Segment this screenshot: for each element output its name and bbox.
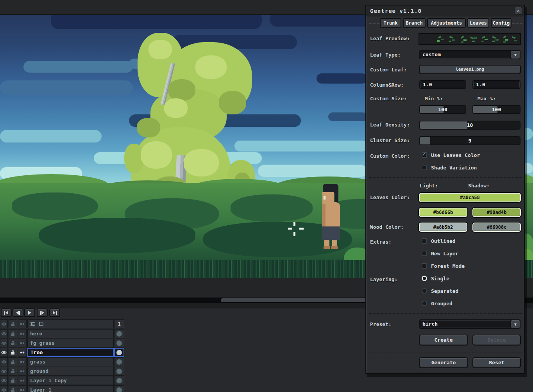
leaves-main-color-swatch[interactable]: #a8ca58 [419, 193, 521, 202]
checkmark-icon: ✓ [422, 150, 426, 157]
shade-variation-checkbox[interactable] [422, 165, 427, 170]
layer-name[interactable]: grass [27, 357, 114, 366]
cel-cell[interactable] [114, 367, 124, 376]
grouped-option[interactable]: Grouped [431, 301, 453, 306]
layer-name[interactable]: Tree [27, 348, 114, 357]
wood-shadow-color-swatch[interactable]: #86908c [472, 223, 521, 232]
layer-lock-icon[interactable] [9, 339, 17, 347]
tab-leaves[interactable]: Leaves [467, 18, 489, 28]
leaf-density-label: Leaf Density: [370, 122, 410, 128]
layer-name[interactable]: Layer 1 Copy [27, 376, 114, 385]
delete-preset-button[interactable]: Delete [472, 335, 521, 346]
layer-name[interactable]: fg grass [27, 339, 114, 347]
expand-timeline-icon[interactable] [39, 321, 44, 326]
cel-cell[interactable] [114, 329, 124, 338]
tab-trunk[interactable]: Trunk [380, 18, 401, 28]
layer-linked-cels-icon[interactable] [18, 348, 27, 357]
shade-variation-option[interactable]: Shade Variation [431, 165, 477, 171]
min-size-slider[interactable]: 100 [419, 105, 466, 114]
layer-lock-icon[interactable] [9, 376, 17, 385]
layer-linked-cels-icon[interactable] [18, 357, 27, 366]
use-leaves-color-option[interactable]: Use Leaves Color [431, 152, 480, 158]
tab-adjustments[interactable]: Adjustments [427, 18, 466, 28]
layer-lock-icon[interactable] [9, 329, 17, 338]
leaf-type-dropdown-arrow-icon[interactable]: ▼ [510, 50, 520, 59]
reset-button[interactable]: Reset [472, 357, 521, 368]
layer-settings-icon[interactable] [30, 321, 36, 327]
leaf-type-label: Leaf Type: [370, 52, 401, 58]
play-button[interactable] [24, 308, 35, 317]
leaf-type-dropdown[interactable]: custom [419, 50, 520, 59]
tab-branch[interactable]: Branch [403, 18, 426, 28]
layer-visibility-eye-icon[interactable] [0, 385, 8, 392]
preset-dropdown-arrow-icon[interactable]: ▼ [510, 319, 520, 329]
leaves-shadow-color-swatch[interactable]: #90ad4b [472, 208, 521, 217]
new-layer-checkbox[interactable] [422, 251, 427, 256]
preset-dropdown[interactable]: birch [419, 319, 520, 329]
separated-radio[interactable] [422, 288, 427, 294]
layer-visibility-eye-icon[interactable] [0, 367, 8, 376]
layer-lock-icon[interactable] [9, 385, 17, 392]
cel-cell[interactable] [114, 376, 124, 385]
layer-linked-cels-icon[interactable] [18, 376, 27, 385]
new-layer-option[interactable]: New Layer [431, 251, 458, 257]
dialog-title[interactable]: Gentree v1.1.0 [366, 5, 524, 16]
layer-lock-icon[interactable] [9, 348, 17, 357]
cluster-size-slider[interactable]: 9 [419, 136, 520, 145]
layer-visibility-eye-icon[interactable] [0, 348, 8, 357]
layer-name[interactable]: ground [27, 367, 114, 376]
lock-column-header-icon[interactable] [9, 319, 17, 328]
layer-visibility-eye-icon[interactable] [0, 339, 8, 347]
single-option[interactable]: Single [431, 276, 449, 282]
cel-cell[interactable] [114, 357, 124, 366]
custom-leaf-file-button[interactable]: leaves1.png [419, 65, 521, 74]
tab-config[interactable]: Config [491, 18, 512, 28]
column-input[interactable]: 1.0 [419, 80, 466, 89]
eye-column-header-icon[interactable] [0, 319, 8, 328]
next-frame-button[interactable] [37, 308, 48, 317]
horizontal-scrollbar-thumb[interactable] [221, 298, 366, 302]
leaves-light-color-swatch[interactable]: #b6d66b [419, 208, 467, 217]
layer-linked-cels-icon[interactable] [18, 339, 27, 347]
use-leaves-color-checkbox[interactable]: ✓ [422, 152, 427, 158]
leaf-density-slider[interactable]: 10 [419, 121, 520, 130]
cel-cell[interactable] [114, 339, 124, 347]
separated-option[interactable]: Separated [431, 288, 458, 294]
layer-lock-icon[interactable] [9, 357, 17, 366]
cel-cell[interactable] [114, 385, 124, 392]
row-input[interactable]: 1.0 [472, 80, 520, 89]
preset-label: Preset: [370, 321, 392, 327]
create-preset-button[interactable]: Create [419, 335, 468, 346]
layer-visibility-eye-icon[interactable] [0, 376, 8, 385]
forest-mode-checkbox[interactable] [422, 263, 427, 269]
outlined-option[interactable]: Outlined [431, 238, 456, 244]
leaf-preview-sprites [419, 34, 520, 44]
layer-name[interactable]: Layer 1 [27, 385, 114, 392]
max-size-slider[interactable]: 100 [472, 105, 520, 114]
layer-lock-icon[interactable] [9, 367, 17, 376]
layer-linked-cels-icon[interactable] [18, 367, 27, 376]
layer-linked-cels-icon[interactable] [18, 385, 27, 392]
grouped-radio[interactable] [422, 301, 427, 306]
last-frame-button[interactable] [49, 308, 60, 317]
generate-button[interactable]: Generate [419, 357, 468, 368]
previous-frame-button[interactable] [13, 308, 23, 317]
section-divider [369, 177, 522, 178]
wood-light-color-swatch[interactable]: #a8b5b2 [419, 223, 467, 232]
layer-visibility-eye-icon[interactable] [0, 329, 8, 338]
outlined-checkbox[interactable] [422, 238, 427, 244]
layer-visibility-eye-icon[interactable] [0, 357, 8, 366]
cel-cell[interactable] [114, 348, 124, 357]
close-icon[interactable]: ✕ [515, 7, 522, 14]
cel-dot [116, 359, 122, 365]
character-eye [324, 196, 326, 200]
leaf-preview-box [419, 33, 521, 45]
tab-row-decoration-right [512, 23, 522, 24]
layer-linked-cels-icon[interactable] [18, 329, 27, 338]
single-radio[interactable] [422, 276, 427, 281]
layer-name[interactable]: hero [27, 329, 114, 338]
linked-cels-header-icon[interactable] [18, 319, 27, 328]
first-frame-button[interactable] [1, 308, 12, 317]
forest-mode-option[interactable]: Forest Mode [431, 263, 465, 269]
frame-number-header[interactable]: 1 [114, 319, 124, 328]
